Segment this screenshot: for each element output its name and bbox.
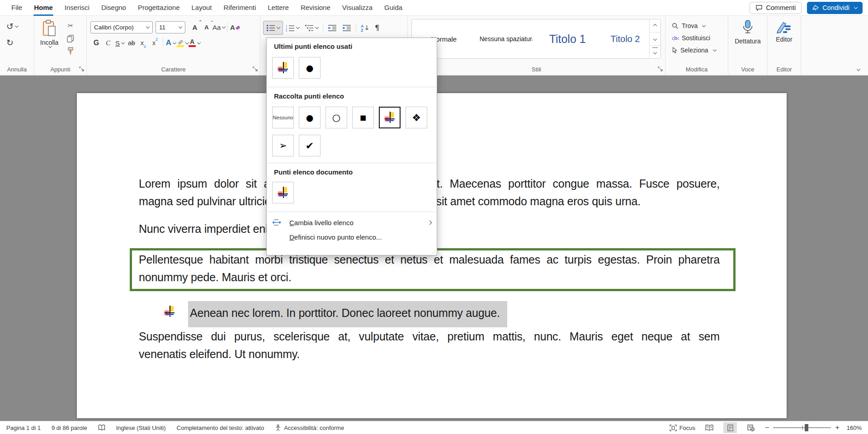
- share-button[interactable]: Condividi: [807, 2, 863, 14]
- tab-inserisci[interactable]: Inserisci: [59, 0, 95, 16]
- paragraph-5-line-2[interactable]: venenatis eleifend. Ut nonummy.: [139, 348, 720, 361]
- bullet-tile-filled-circle-recent[interactable]: ●: [299, 57, 321, 79]
- select-chevron[interactable]: [712, 47, 716, 51]
- print-layout-button[interactable]: [723, 422, 737, 433]
- cut-button[interactable]: ✂: [64, 20, 77, 31]
- show-paragraph-marks-button[interactable]: ¶: [372, 22, 382, 34]
- styles-expand-button[interactable]: [650, 46, 660, 58]
- bullet-tile-arrow[interactable]: ➢: [272, 135, 294, 156]
- bullet-tile-custom-document[interactable]: [272, 182, 294, 203]
- resize-grip[interactable]: .:: [432, 250, 435, 254]
- bullet-tile-none[interactable]: Nessuno: [272, 107, 294, 128]
- read-mode-button[interactable]: [703, 422, 716, 433]
- comments-button[interactable]: Commenti: [750, 2, 802, 14]
- text-completion-status[interactable]: Completamento del testo: attivato: [177, 425, 264, 431]
- bullet-tile-four-diamonds[interactable]: ❖: [406, 107, 427, 128]
- share-dropdown-chevron[interactable]: [854, 5, 858, 9]
- language-status[interactable]: Inglese (Stati Uniti): [116, 425, 166, 431]
- find-chevron[interactable]: [702, 23, 706, 27]
- style-nessuna-spaziatura[interactable]: Nessuna spaziatura: [480, 35, 533, 42]
- zoom-slider-handle[interactable]: [805, 424, 808, 431]
- selected-text[interactable]: Aenean nec lorem. In porttitor. Donec la…: [188, 301, 507, 327]
- font-color-button[interactable]: A: [189, 37, 200, 49]
- tab-guida[interactable]: Guida: [378, 0, 408, 16]
- tab-progettazione[interactable]: Progettazione: [132, 0, 186, 16]
- tab-file[interactable]: File: [5, 0, 28, 16]
- sort-button[interactable]: AZ: [358, 22, 372, 34]
- focus-mode-button[interactable]: Focus: [670, 425, 695, 431]
- find-button[interactable]: Trova: [672, 21, 705, 31]
- bullets-chevron[interactable]: [277, 25, 280, 29]
- collapse-ribbon-chevron[interactable]: [857, 67, 860, 71]
- define-new-bullet-item[interactable]: Definisci nuovo punto elenco...: [267, 230, 437, 244]
- font-name-chevron[interactable]: [146, 25, 150, 28]
- bullet-tile-open-circle[interactable]: ○: [326, 107, 347, 128]
- bullet-tile-filled-circle[interactable]: ●: [299, 107, 321, 128]
- tab-disegno[interactable]: Disegno: [95, 0, 132, 16]
- boxed-paragraph-line-2[interactable]: nonummy pede. Mauris et orci.: [139, 271, 720, 284]
- redo-button[interactable]: ↻: [6, 38, 14, 47]
- select-button[interactable]: Seleziona: [672, 45, 716, 55]
- bold-button[interactable]: G: [90, 37, 102, 49]
- underline-button[interactable]: S: [114, 37, 126, 49]
- grow-font-button[interactable]: A: [189, 22, 201, 33]
- tab-layout[interactable]: Layout: [186, 0, 218, 16]
- copy-button[interactable]: [64, 33, 77, 44]
- zoom-percentage[interactable]: 160%: [847, 425, 862, 431]
- web-layout-button[interactable]: [744, 422, 758, 433]
- bulleted-list-item[interactable]: Aenean nec lorem. In porttitor. Donec la…: [164, 301, 507, 327]
- increase-indent-button[interactable]: [340, 22, 354, 34]
- shrink-font-button[interactable]: A: [201, 22, 212, 33]
- undo-button[interactable]: ↺: [6, 21, 18, 31]
- bullet-tile-square[interactable]: ■: [352, 107, 374, 128]
- tab-riferimenti[interactable]: Riferimenti: [218, 0, 262, 16]
- tab-revisione[interactable]: Revisione: [295, 0, 336, 16]
- accessibility-status[interactable]: Accessibilità: conforme: [275, 425, 344, 431]
- superscript-button[interactable]: x2: [149, 37, 161, 49]
- decrease-indent-button[interactable]: [325, 22, 340, 34]
- change-list-level-item[interactable]: Cambia livello elenco: [267, 215, 437, 230]
- font-size-combo[interactable]: 11: [156, 21, 185, 33]
- highlight-button[interactable]: [177, 37, 189, 49]
- change-case-button[interactable]: Aa: [212, 22, 225, 33]
- underline-chevron[interactable]: [121, 40, 125, 44]
- style-titolo-2[interactable]: Titolo 2: [601, 34, 649, 44]
- styles-scroll-up-button[interactable]: [650, 19, 660, 33]
- subscript-button[interactable]: x2: [137, 37, 149, 49]
- dictate-button[interactable]: Dettatura: [728, 19, 767, 45]
- style-titolo-1[interactable]: Titolo 1: [541, 33, 594, 46]
- undo-chevron[interactable]: [15, 24, 19, 27]
- bullet-tile-custom-selected[interactable]: [379, 107, 401, 128]
- multilevel-list-chevron[interactable]: [315, 25, 319, 29]
- numbering-button[interactable]: 123: [283, 22, 302, 34]
- zoom-in-button[interactable]: +: [835, 424, 839, 432]
- numbering-chevron[interactable]: [296, 25, 300, 29]
- text-effects-chevron[interactable]: [173, 40, 176, 44]
- format-painter-button[interactable]: [64, 46, 77, 57]
- word-count[interactable]: 9 di 86 parole: [52, 425, 87, 431]
- clear-formatting-button[interactable]: A: [229, 22, 241, 33]
- strikethrough-button[interactable]: ab: [126, 37, 137, 49]
- replace-button[interactable]: ςbc Sostituisci: [672, 33, 710, 43]
- change-case-chevron[interactable]: [222, 25, 226, 28]
- bullet-tile-custom-recent[interactable]: [272, 57, 294, 79]
- zoom-slider[interactable]: [773, 427, 831, 428]
- text-effects-button[interactable]: A: [165, 37, 177, 49]
- paragraph-5-line-1[interactable]: Suspendisseduipurus,scelerisqueat,vulput…: [139, 330, 720, 343]
- font-name-combo[interactable]: Calibri (Corpo): [90, 21, 153, 33]
- proofing-status[interactable]: [98, 425, 105, 431]
- bullet-tile-checkmark[interactable]: ✔: [299, 135, 321, 156]
- tab-lettere[interactable]: Lettere: [262, 0, 295, 16]
- paste-button[interactable]: Incolla: [38, 19, 61, 62]
- font-color-chevron[interactable]: [197, 40, 201, 44]
- page-count[interactable]: Pagina 1 di 1: [6, 425, 41, 431]
- zoom-out-button[interactable]: −: [765, 424, 769, 432]
- italic-button[interactable]: C: [102, 37, 114, 49]
- tab-home[interactable]: Home: [28, 0, 59, 16]
- font-size-chevron[interactable]: [179, 25, 182, 28]
- tab-visualizza[interactable]: Visualizza: [336, 0, 378, 16]
- multilevel-list-button[interactable]: [302, 22, 321, 34]
- editor-button[interactable]: Editor: [768, 19, 801, 43]
- bullets-button[interactable]: [263, 21, 283, 35]
- styles-scroll-down-button[interactable]: [650, 33, 660, 46]
